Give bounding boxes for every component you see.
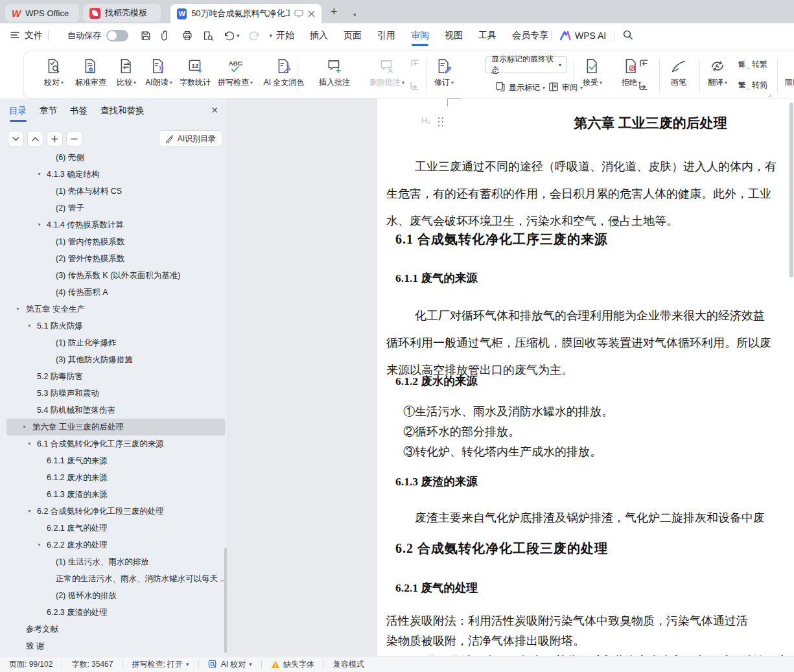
toc-item[interactable]: (1) 生活污水、雨水的排放 xyxy=(0,553,226,570)
menu-item[interactable]: 开始 xyxy=(276,23,294,48)
toc-expand-button[interactable] xyxy=(47,131,63,146)
translate-button[interactable]: A 翻译▾ xyxy=(699,56,736,95)
hamburger-icon[interactable] xyxy=(10,30,19,41)
toc-item[interactable]: (2) 循环水的排放 xyxy=(0,587,226,604)
document-scrollbar[interactable] xyxy=(789,102,793,277)
markup-state-dropdown[interactable]: 显示标记的最终状态▾ xyxy=(485,56,567,73)
ink-brush-button[interactable]: 画笔 xyxy=(660,56,697,95)
close-sidebar-icon[interactable]: ✕ xyxy=(211,105,218,115)
show-markup-button[interactable]: 显示标记▾ xyxy=(495,81,545,95)
toc-item[interactable]: ▼4.1.3 确定结构 xyxy=(0,166,226,183)
spell-check-button[interactable]: ABC 拼写检查▾ xyxy=(215,56,256,95)
tab-wps-office[interactable]: W WPS Office xyxy=(5,4,79,22)
export-pdf-icon[interactable] xyxy=(161,30,172,41)
toc-item[interactable]: 6.1.3 废渣的来源 xyxy=(0,486,226,503)
toc-item[interactable]: (3) 其他防火防爆措施 xyxy=(0,351,226,368)
share-screen-icon[interactable] xyxy=(294,10,303,17)
close-tab-icon[interactable] xyxy=(308,10,315,17)
ai-read-aloud-button[interactable]: AI朗读▾ xyxy=(138,56,180,95)
accept-revision-button[interactable]: 接受▾ xyxy=(574,56,611,95)
missing-font-warning[interactable]: 缺失字体 xyxy=(271,659,314,670)
toc-item[interactable]: (2) 管外传热膜系数 xyxy=(0,250,226,267)
toc-item[interactable]: 致 谢 xyxy=(0,638,226,655)
tab-docer-templates[interactable]: 找稻壳模板 xyxy=(83,4,161,22)
search-icon[interactable] xyxy=(622,29,633,43)
sidebar-tab[interactable]: 书签 xyxy=(70,105,88,122)
toc-item[interactable]: ▼第六章 工业三废的后处理 xyxy=(6,419,226,435)
tab-list-chevron-icon[interactable]: ▾ xyxy=(353,8,356,19)
toc-item[interactable]: ▼6.2.2 废水的处理 xyxy=(0,537,226,553)
traditional-to-simplified-button[interactable]: 繁→ 转简 xyxy=(738,80,767,91)
toc-collapse-arrow-icon[interactable]: ▼ xyxy=(22,419,27,435)
print-preview-icon[interactable] xyxy=(202,30,214,41)
menu-item[interactable]: 审阅 xyxy=(411,23,429,48)
save-icon[interactable] xyxy=(140,30,152,41)
ai-polish-button[interactable]: AI 全文润色 xyxy=(256,56,312,95)
word-count-button[interactable]: 12 字数统计 xyxy=(174,56,216,95)
menu-item[interactable]: 工具 xyxy=(478,23,496,48)
new-tab-button[interactable]: + xyxy=(331,5,338,19)
toc-item[interactable]: 5.4 防机械和堕落伤害 xyxy=(0,402,226,419)
compat-mode-indicator[interactable]: 兼容模式 xyxy=(333,659,364,670)
tab-document[interactable]: W 50万吨合成氨原料气净化工段 xyxy=(170,4,321,23)
toc-collapse-arrow-icon[interactable]: ▼ xyxy=(37,537,41,553)
sidebar-scrollbar[interactable] xyxy=(224,548,227,653)
toc-item[interactable]: (1) 防止化学爆炸 xyxy=(0,334,226,351)
ai-recognize-toc-button[interactable]: AI识别目录 xyxy=(159,130,222,147)
insert-comment-button[interactable]: 插入批注 xyxy=(312,56,357,95)
sidebar-tab[interactable]: 查找和替换 xyxy=(100,105,145,122)
toc-collapse-arrow-icon[interactable]: ▼ xyxy=(16,301,20,318)
toc-collapse-arrow-icon[interactable]: ▼ xyxy=(27,503,32,520)
restrict-editing-button[interactable]: 限制编辑 xyxy=(781,56,794,95)
menu-item[interactable]: 视图 xyxy=(445,23,463,48)
word-count-indicator[interactable]: 字数: 35467 xyxy=(71,659,113,670)
toc-item[interactable]: 正常的生活污水、雨水、消防水罐水可以每天 ... xyxy=(0,570,226,587)
sidebar-tab[interactable]: 目录 xyxy=(9,105,27,122)
toc-next-button[interactable] xyxy=(8,131,24,146)
undo-icon[interactable]: ▾ xyxy=(223,30,240,41)
toc-item[interactable]: 6.1.1 废气的来源 xyxy=(0,452,226,469)
toc-item[interactable]: 6.2.3 废渣的处理 xyxy=(0,604,226,621)
toc-item[interactable]: ▼4.1.4 传热膜系数计算 xyxy=(0,216,226,233)
toc-collapse-arrow-icon[interactable]: ▼ xyxy=(27,435,32,452)
toc-collapse-button[interactable] xyxy=(66,131,82,146)
wps-ai-menu[interactable]: WPS AI xyxy=(559,30,606,41)
toc-item[interactable]: (3) 传热系数 K (以外表面积为基准) xyxy=(0,267,226,284)
print-icon[interactable] xyxy=(181,30,193,41)
page-indicator[interactable]: 页面: 99/102 xyxy=(9,659,53,670)
track-changes-button[interactable]: 修订▾ xyxy=(425,56,463,95)
menu-item[interactable]: 页面 xyxy=(344,23,362,48)
menu-item[interactable]: 会员专享 xyxy=(512,23,548,48)
sidebar-tab[interactable]: 章节 xyxy=(40,105,57,122)
toc-item[interactable]: (6) 壳侧 xyxy=(0,153,226,166)
toc-item[interactable]: 6.1.2 废水的来源 xyxy=(0,469,226,486)
document-page[interactable]: H₁ 第六章 工业三废的后处理工业三废通过不同的途径（呼吸道、消化道、皮肤）进入… xyxy=(377,98,794,656)
toc-item[interactable]: 5.2 防毒防害 xyxy=(0,368,226,385)
toc-item[interactable]: 5.3 防噪声和震动 xyxy=(0,385,226,402)
toc-collapse-arrow-icon[interactable]: ▼ xyxy=(37,216,41,233)
menu-item[interactable]: 插入 xyxy=(310,23,328,48)
toc-item[interactable]: ▼第五章 安全生产 xyxy=(0,301,226,318)
toc-item[interactable]: (1) 壳体与材料 CS xyxy=(0,183,226,200)
previous-revision-icon[interactable] xyxy=(637,58,650,73)
simplified-to-traditional-button[interactable]: 简→ 转繁 xyxy=(738,59,767,70)
autosave-toggle[interactable] xyxy=(106,30,128,41)
toc-item[interactable]: (1) 管内传热膜系数 xyxy=(0,233,226,250)
toc-item[interactable]: ▼6.2 合成氨转化净化工段三废的处理 xyxy=(0,503,226,520)
next-revision-icon[interactable] xyxy=(637,80,650,95)
toc-item[interactable]: (4) 传热面积 A xyxy=(0,284,226,301)
toc-item[interactable]: (2) 管子 xyxy=(0,200,226,216)
toc-item[interactable]: ▼5.1 防火防爆 xyxy=(0,318,226,334)
dialog-launcher-icon[interactable]: ⌟ xyxy=(768,90,771,97)
toc-item[interactable]: 6.2.1 废气的处理 xyxy=(0,520,226,537)
toc-collapse-arrow-icon[interactable]: ▼ xyxy=(27,318,32,334)
toc-previous-button[interactable] xyxy=(27,131,43,146)
toc-collapse-arrow-icon[interactable]: ▼ xyxy=(37,166,41,183)
proofread-button[interactable]: 校对▾ xyxy=(33,56,75,95)
spell-check-status[interactable]: 拼写检查: 打开▾ xyxy=(132,659,189,670)
ai-proofread-status[interactable]: AI 校对▾ xyxy=(208,659,252,670)
file-menu[interactable]: 文件 xyxy=(25,30,43,41)
toc-item[interactable]: ▼6.1 合成氨转化净化工序三废的来源 xyxy=(0,435,226,452)
toc-item[interactable]: 参考文献 xyxy=(0,621,226,638)
menu-item[interactable]: 引用 xyxy=(377,23,395,48)
